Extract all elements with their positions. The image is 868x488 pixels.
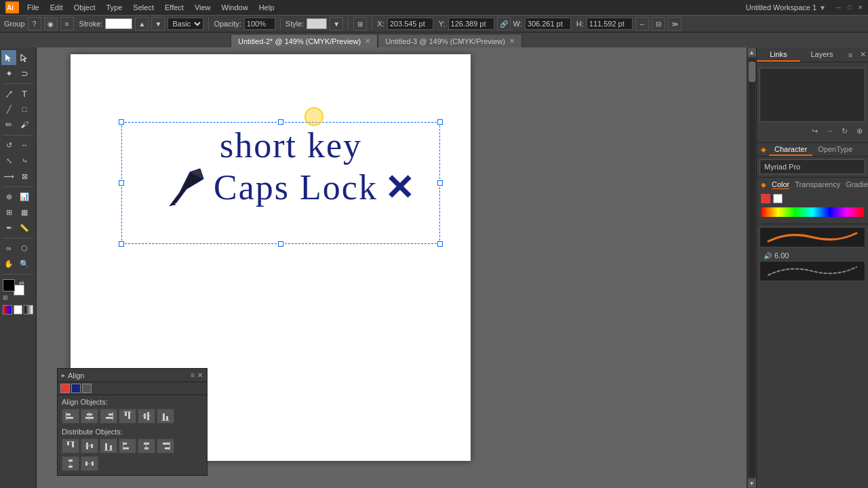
tool-reflect[interactable]: ↔: [17, 138, 32, 152]
close-button[interactable]: ✕: [856, 3, 865, 12]
arrange-btn[interactable]: ⊞: [353, 17, 367, 30]
handle-ml[interactable]: [119, 180, 124, 186]
tab-untitled-3[interactable]: Untitled-3 @ 149% (CMYK/Preview) ✕: [378, 34, 522, 47]
handle-br[interactable]: [437, 241, 443, 247]
white-swatch[interactable]: [773, 194, 783, 203]
font-name[interactable]: Myriad Pro: [760, 159, 865, 174]
align-center-v-btn[interactable]: [138, 409, 155, 424]
dist-bottom-btn[interactable]: [100, 439, 117, 453]
handle-tm[interactable]: [278, 119, 283, 125]
tool-direct-select[interactable]: [17, 50, 32, 65]
menu-view[interactable]: View: [189, 0, 216, 15]
link-wh-btn[interactable]: 🔗: [497, 17, 511, 30]
panel-options-btn[interactable]: ≡: [844, 47, 857, 62]
dist-left-btn[interactable]: [119, 439, 136, 453]
color-mode-btn[interactable]: [3, 305, 12, 314]
menu-object[interactable]: Object: [68, 0, 101, 15]
align-center-h-btn[interactable]: [81, 409, 98, 424]
gradient-tab[interactable]: Gradient: [846, 180, 868, 188]
menu-file[interactable]: File: [22, 0, 45, 15]
menu-help[interactable]: Help: [254, 0, 280, 15]
handle-tl[interactable]: [119, 119, 124, 125]
tab-untitled-2[interactable]: Untitled-2* @ 149% (CMYK/Preview) ✕: [231, 34, 378, 47]
fill-color-indicator[interactable]: [3, 279, 15, 291]
menu-select[interactable]: Select: [127, 0, 159, 15]
stroke-style-select[interactable]: Basic: [167, 18, 203, 30]
align-color-gray[interactable]: [82, 384, 92, 393]
red-swatch[interactable]: [761, 194, 770, 203]
tool-scale[interactable]: ⤡: [1, 153, 16, 168]
style-dropdown-btn[interactable]: ▼: [330, 17, 343, 30]
links-tab[interactable]: Links: [757, 47, 800, 62]
dist-spacing-v-btn[interactable]: [62, 456, 79, 471]
opacity-input[interactable]: [244, 18, 275, 30]
align-panel-options-btn[interactable]: ≡: [191, 371, 195, 379]
tool-select[interactable]: [1, 50, 16, 65]
group-options-btn[interactable]: ?: [28, 17, 41, 30]
group-isolate-btn[interactable]: ◉: [44, 17, 58, 30]
align-color-red[interactable]: [60, 384, 70, 393]
tool-column-graph[interactable]: 📊: [17, 189, 32, 204]
scroll-down-btn[interactable]: ▼: [747, 479, 757, 488]
dist-top-btn[interactable]: [62, 439, 79, 453]
tool-pen[interactable]: [1, 86, 16, 101]
transform-options-btn[interactable]: ↔: [635, 17, 649, 30]
handle-mr[interactable]: [437, 180, 443, 186]
align-panel-close-btn[interactable]: ✕: [197, 371, 203, 379]
link-goto-btn[interactable]: →: [823, 125, 835, 137]
tool-eyedropper[interactable]: ✒: [1, 220, 16, 235]
character-tab[interactable]: Character: [769, 144, 812, 156]
dist-vcenter-btn[interactable]: [81, 439, 98, 453]
none-mode-btn[interactable]: [14, 305, 23, 314]
tool-live-paint[interactable]: ⬡: [17, 241, 32, 256]
h-input[interactable]: [587, 18, 633, 30]
layers-tab[interactable]: Layers: [800, 47, 844, 62]
maximize-button[interactable]: □: [845, 3, 854, 12]
w-input[interactable]: [525, 18, 571, 30]
scroll-track[interactable]: [749, 58, 755, 477]
align-color-blue[interactable]: [71, 384, 81, 393]
align-panel-collapse-btn[interactable]: ▸: [62, 371, 65, 379]
align-btn[interactable]: ⊟: [652, 17, 665, 30]
align-bottom-btn[interactable]: [157, 409, 174, 424]
stroke-color-indicator[interactable]: [14, 285, 24, 296]
align-right-btn[interactable]: [100, 409, 117, 424]
tool-gradient[interactable]: ▦: [17, 205, 32, 220]
tool-warp[interactable]: ⤷: [17, 153, 32, 168]
menu-window[interactable]: Window: [216, 0, 254, 15]
stroke-down-btn[interactable]: ▼: [151, 17, 165, 30]
default-colors-btn[interactable]: ⊠: [3, 294, 8, 301]
gradient-mode-btn[interactable]: [24, 305, 33, 314]
color-tab[interactable]: Color: [772, 180, 789, 189]
tool-pencil[interactable]: ✏: [1, 117, 16, 132]
opentype-tab[interactable]: OpenType: [812, 144, 858, 156]
stroke-up-btn[interactable]: ▲: [135, 17, 149, 30]
menu-edit[interactable]: Edit: [45, 0, 68, 15]
tool-hand[interactable]: ✋: [1, 256, 16, 271]
link-relink-btn[interactable]: ↪: [808, 125, 821, 137]
tool-rotate[interactable]: ↺: [1, 138, 16, 152]
tool-blend[interactable]: ∞: [1, 241, 16, 256]
tool-line[interactable]: ╱: [1, 102, 16, 117]
tool-symbol-sprayer[interactable]: ⊕: [1, 189, 16, 204]
handle-bl[interactable]: [119, 241, 124, 247]
selected-group[interactable]: short key Caps Lock ✕: [121, 122, 440, 244]
stroke-color-box[interactable]: [105, 18, 132, 29]
panel-close-btn[interactable]: ✕: [857, 47, 868, 62]
align-top-btn[interactable]: [119, 409, 136, 424]
color-spectrum-bar[interactable]: [761, 207, 864, 217]
scroll-thumb[interactable]: [749, 62, 755, 82]
tool-blob-brush[interactable]: 🖌: [17, 117, 32, 132]
dist-hcenter-btn[interactable]: [138, 439, 155, 453]
group-extra-btn[interactable]: ≡: [60, 17, 74, 30]
link-update-btn[interactable]: ↻: [838, 125, 850, 137]
tool-magic-wand[interactable]: ✦: [1, 66, 16, 81]
swap-colors-btn[interactable]: ⇄: [19, 279, 24, 286]
scroll-up-btn[interactable]: ▲: [747, 47, 757, 57]
tab-close-1[interactable]: ✕: [365, 37, 370, 45]
tool-lasso[interactable]: ⊃: [17, 66, 32, 81]
tool-measure[interactable]: 📏: [17, 220, 32, 235]
tool-zoom[interactable]: 🔍: [17, 256, 32, 271]
menu-type[interactable]: Type: [101, 0, 128, 15]
y-input[interactable]: [448, 18, 494, 30]
